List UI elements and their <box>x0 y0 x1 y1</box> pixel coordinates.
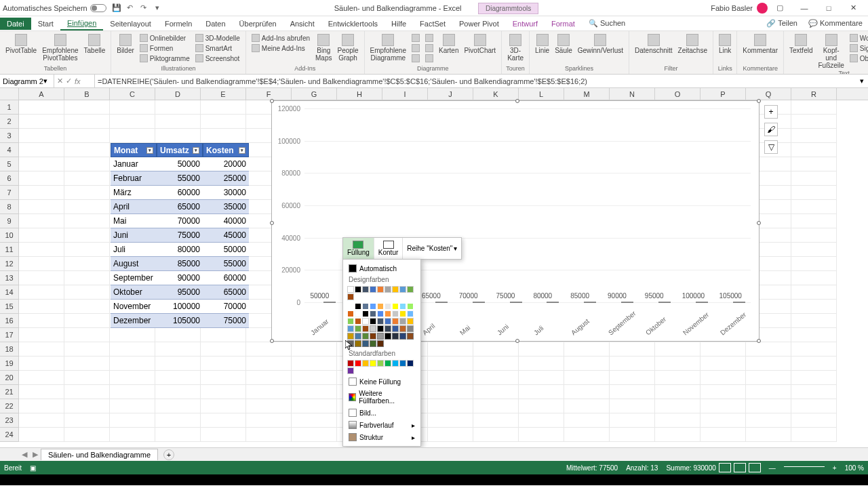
cell[interactable] <box>473 428 519 442</box>
peoplegraph-button[interactable]: People Graph <box>336 33 359 62</box>
cell[interactable] <box>64 243 110 257</box>
cell[interactable] <box>64 129 110 143</box>
cell[interactable] <box>155 399 201 413</box>
tab-formeln[interactable]: Formeln <box>158 18 199 30</box>
cell[interactable] <box>246 357 292 371</box>
automatic-color[interactable]: Automatisch <box>346 262 418 274</box>
cell[interactable] <box>64 157 110 171</box>
cell[interactable] <box>791 328 837 342</box>
col-header[interactable]: G <box>292 88 337 100</box>
slicer-button[interactable]: Datenschnitt <box>633 33 674 55</box>
cell[interactable] <box>519 342 564 357</box>
color-swatch[interactable] <box>377 318 384 325</box>
cell[interactable] <box>19 300 64 314</box>
cell[interactable] <box>519 371 564 385</box>
recommended-charts-button[interactable]: Empfohlene Diagramme <box>369 33 408 62</box>
cell[interactable] <box>519 399 564 413</box>
series-dropdown[interactable]: Reihe "Kosten"▾ <box>403 238 461 259</box>
table-row[interactable]: Januar5000020000 <box>111 157 249 171</box>
cell[interactable] <box>564 413 610 428</box>
th-monat[interactable]: Monat▾ <box>111 143 157 157</box>
cell[interactable] <box>19 399 64 413</box>
table-row[interactable]: September9000060000 <box>111 271 249 285</box>
row-header[interactable]: 24 <box>0 428 19 442</box>
toggle-icon[interactable] <box>90 4 106 12</box>
table-button[interactable]: Tabelle <box>83 33 107 55</box>
color-swatch[interactable] <box>362 325 369 332</box>
tab-entwurf[interactable]: Entwurf <box>506 18 545 30</box>
cell[interactable] <box>201 100 246 115</box>
cell[interactable] <box>473 385 519 399</box>
cell[interactable] <box>19 100 64 115</box>
color-swatch[interactable] <box>384 325 391 332</box>
picture-fill[interactable]: Bild... <box>346 407 418 419</box>
cell[interactable] <box>610 385 655 399</box>
cell[interactable] <box>791 385 837 399</box>
sheet-nav-next[interactable]: ▶ <box>30 450 41 459</box>
cell[interactable] <box>201 413 246 428</box>
cell[interactable] <box>292 428 337 442</box>
cell[interactable] <box>64 257 110 271</box>
cell[interactable] <box>791 228 837 243</box>
table-row[interactable]: Juli8000050000 <box>111 243 249 257</box>
cell[interactable] <box>19 285 64 300</box>
maps-button[interactable]: Karten <box>437 33 460 55</box>
cell[interactable] <box>110 413 155 428</box>
color-swatch[interactable] <box>392 286 399 293</box>
cell[interactable] <box>201 342 246 357</box>
cell[interactable] <box>564 399 610 413</box>
cell[interactable] <box>428 371 473 385</box>
color-swatch[interactable] <box>392 360 399 367</box>
color-swatch[interactable] <box>347 318 354 325</box>
cell[interactable] <box>246 399 292 413</box>
bar-group[interactable]: 95000 <box>645 302 671 303</box>
user-name[interactable]: Fabio Basler <box>711 4 753 12</box>
color-swatch[interactable] <box>392 318 399 325</box>
cell[interactable] <box>791 143 837 157</box>
cell[interactable] <box>64 228 110 243</box>
color-swatch[interactable] <box>347 360 354 367</box>
cell[interactable] <box>201 371 246 385</box>
color-swatch[interactable] <box>407 310 414 317</box>
color-swatch[interactable] <box>377 303 384 310</box>
tab-seitenlayout[interactable]: Seitenlayout <box>103 18 158 30</box>
tab-daten[interactable]: Daten <box>199 18 232 30</box>
col-header[interactable]: N <box>610 88 655 100</box>
cell[interactable] <box>155 115 201 129</box>
row-header[interactable]: 2 <box>0 115 19 129</box>
color-swatch[interactable] <box>399 310 406 317</box>
shapes-button[interactable]: Formen <box>138 43 191 53</box>
col-header[interactable]: C <box>110 88 155 100</box>
color-swatch[interactable] <box>399 318 406 325</box>
cell[interactable] <box>473 399 519 413</box>
row-header[interactable]: 6 <box>0 171 19 186</box>
cell[interactable] <box>292 399 337 413</box>
row-header[interactable]: 7 <box>0 186 19 200</box>
cell[interactable] <box>473 342 519 357</box>
row-header[interactable]: 9 <box>0 214 19 228</box>
cell[interactable] <box>155 100 201 115</box>
tab-uberprufen[interactable]: Überprüfen <box>233 18 283 30</box>
cell[interactable] <box>110 100 155 115</box>
color-swatch[interactable] <box>370 310 376 317</box>
cell[interactable] <box>201 115 246 129</box>
tab-format[interactable]: Format <box>545 18 582 30</box>
cell[interactable] <box>64 399 110 413</box>
view-normal-icon[interactable] <box>719 463 731 472</box>
color-swatch[interactable] <box>377 310 384 317</box>
redo-icon[interactable]: ↷ <box>139 3 149 13</box>
cell[interactable] <box>201 129 246 143</box>
tab-factset[interactable]: FactSet <box>413 18 452 30</box>
cell[interactable] <box>201 357 246 371</box>
cell[interactable] <box>610 428 655 442</box>
cell[interactable] <box>701 399 746 413</box>
cell[interactable] <box>428 342 473 357</box>
row-header[interactable]: 5 <box>0 157 19 171</box>
cell[interactable] <box>746 371 791 385</box>
cell[interactable] <box>155 328 201 342</box>
color-swatch[interactable] <box>399 325 406 332</box>
cell[interactable] <box>791 100 837 115</box>
color-swatch[interactable] <box>384 286 391 293</box>
row-header[interactable]: 11 <box>0 243 19 257</box>
cell[interactable] <box>64 328 110 342</box>
